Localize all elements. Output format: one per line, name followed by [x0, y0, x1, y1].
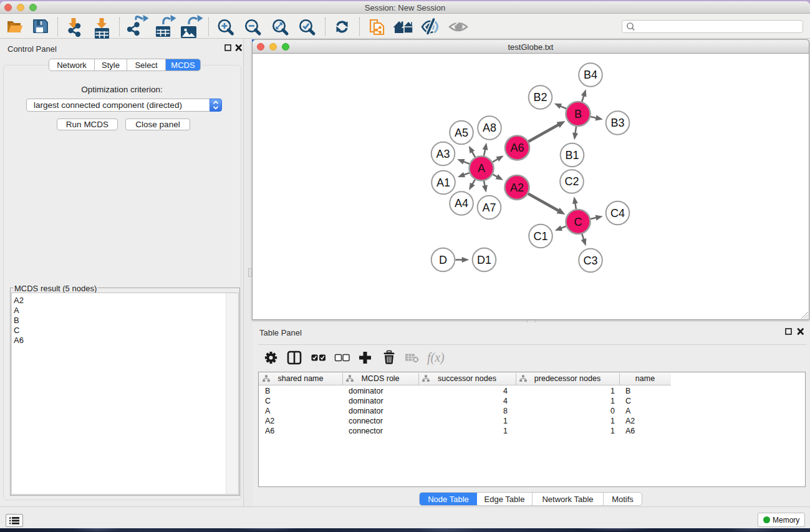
svg-text:B1: B1 [565, 149, 579, 162]
svg-text:A: A [478, 162, 485, 175]
svg-text:A5: A5 [455, 127, 468, 139]
svg-text:C1: C1 [533, 230, 547, 243]
svg-text:A6: A6 [510, 142, 524, 154]
svg-text:A3: A3 [436, 148, 450, 160]
svg-text:B: B [574, 108, 582, 120]
svg-text:C2: C2 [564, 175, 579, 188]
svg-text:A7: A7 [482, 201, 496, 214]
svg-text:D: D [439, 254, 447, 266]
svg-text:A2: A2 [510, 181, 524, 194]
svg-text:A1: A1 [436, 177, 450, 189]
svg-text:C4: C4 [610, 207, 625, 220]
svg-text:B2: B2 [533, 91, 547, 104]
svg-text:C3: C3 [583, 254, 597, 267]
svg-text:A8: A8 [483, 122, 496, 134]
svg-text:f(x): f(x) [427, 351, 445, 365]
svg-text:B4: B4 [584, 69, 597, 81]
svg-text:C: C [574, 216, 582, 228]
svg-text:B3: B3 [610, 117, 624, 129]
svg-text:D1: D1 [477, 254, 491, 266]
svg-text:A4: A4 [455, 197, 468, 210]
